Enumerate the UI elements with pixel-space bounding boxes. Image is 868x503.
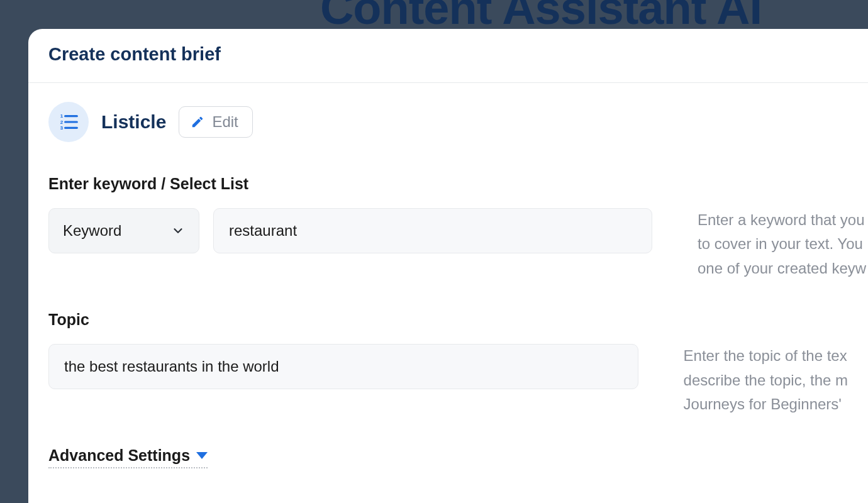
edit-button-label: Edit [212, 113, 238, 131]
svg-text:1: 1 [60, 113, 64, 119]
content-type-icon-wrap: 1 2 3 [48, 102, 89, 142]
keyword-type-value: Keyword [63, 222, 121, 240]
advanced-settings-label: Advanced Settings [48, 446, 190, 465]
keyword-help-text: Enter a keyword that you to cover in you… [698, 208, 866, 280]
list-icon: 1 2 3 [58, 112, 79, 132]
svg-text:3: 3 [60, 125, 64, 131]
keyword-label: Enter keyword / Select List [48, 175, 848, 193]
edit-content-type-button[interactable]: Edit [179, 106, 252, 138]
advanced-settings-toggle[interactable]: Advanced Settings [48, 446, 208, 468]
content-brief-panel: Create content brief 1 2 3 Listicle Edit [28, 29, 868, 503]
panel-header: Create content brief [28, 29, 868, 83]
topic-help-text: Enter the topic of the tex describe the … [684, 344, 848, 416]
keyword-input[interactable] [213, 208, 652, 253]
svg-text:2: 2 [60, 119, 64, 125]
topic-label: Topic [48, 311, 848, 329]
keyword-type-select[interactable]: Keyword [48, 208, 199, 253]
keyword-section: Enter keyword / Select List Keyword Ente… [48, 175, 848, 280]
pencil-icon [191, 115, 204, 129]
panel-body: 1 2 3 Listicle Edit Enter keyword / Sele… [28, 83, 868, 468]
content-type-name: Listicle [101, 111, 166, 133]
panel-title: Create content brief [48, 44, 848, 65]
topic-section: Topic Enter the topic of the tex describ… [48, 311, 848, 416]
content-type-row: 1 2 3 Listicle Edit [48, 102, 848, 142]
caret-down-icon [196, 452, 208, 459]
chevron-down-icon [171, 224, 185, 238]
topic-input[interactable] [48, 344, 638, 389]
